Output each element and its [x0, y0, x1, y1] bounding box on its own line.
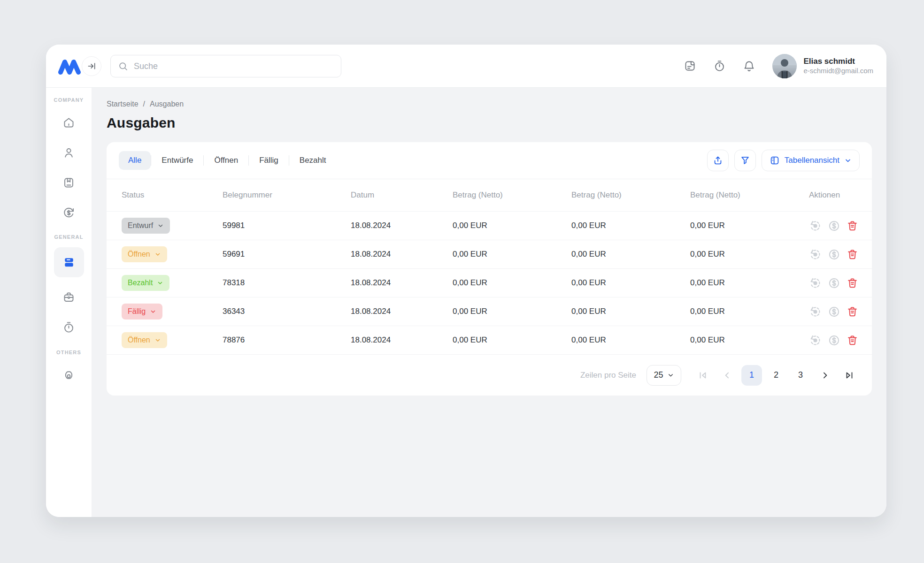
- sidebar-collapse-button[interactable]: [82, 56, 101, 76]
- app-logo-icon[interactable]: [58, 58, 81, 75]
- tab-entw-rfe[interactable]: Entwürfe: [151, 151, 203, 170]
- breadcrumb-ausgaben[interactable]: Ausgaben: [150, 100, 184, 108]
- status-badge[interactable]: Öffnen: [122, 246, 167, 262]
- dollar-icon[interactable]: [828, 248, 840, 261]
- first-page-icon[interactable]: [693, 365, 713, 386]
- tab-f-llig[interactable]: Fällig: [249, 151, 289, 170]
- trash-icon[interactable]: [847, 306, 858, 318]
- dollar-icon[interactable]: [828, 305, 840, 318]
- last-page-icon[interactable]: [839, 365, 860, 386]
- history-icon[interactable]: [809, 220, 822, 232]
- history-icon[interactable]: [809, 334, 822, 347]
- trash-icon[interactable]: [847, 277, 858, 289]
- user-menu[interactable]: Elias schmidt e-schmidt@gmail.com: [772, 54, 873, 78]
- cell-belegnummer: 36343: [223, 307, 351, 316]
- sidebar-item-settings[interactable]: [59, 365, 79, 385]
- table-row: Bezahlt 78318 18.08.2024 0,00 EUR 0,00 E…: [107, 268, 872, 297]
- column-header: Belegnummer: [223, 190, 351, 200]
- trash-icon[interactable]: [847, 335, 858, 346]
- chevron-down-icon: [844, 157, 852, 164]
- cell-betrag-2: 0,00 EUR: [571, 307, 690, 316]
- cell-betrag-3: 0,00 EUR: [690, 335, 809, 345]
- status-badge[interactable]: Fällig: [122, 304, 162, 320]
- breadcrumb-separator: /: [143, 100, 145, 108]
- history-icon[interactable]: [809, 305, 822, 318]
- content-area: Startseite / Ausgaben Ausgaben AlleEntwü…: [92, 88, 886, 517]
- page-number-1[interactable]: 1: [741, 365, 762, 386]
- document-icon[interactable]: [684, 60, 696, 72]
- dollar-icon[interactable]: [828, 334, 840, 347]
- rows-per-page-label: Zeilen pro Seite: [580, 371, 636, 380]
- page-number-2[interactable]: 2: [766, 365, 786, 386]
- table-view-dropdown[interactable]: Tabellenansicht: [762, 150, 860, 171]
- search-input[interactable]: [134, 61, 333, 71]
- breadcrumb-startseite[interactable]: Startseite: [107, 100, 139, 108]
- column-header: Betrag (Netto): [453, 190, 571, 200]
- user-email: e-schmidt@gmail.com: [803, 66, 873, 76]
- sidebar-item-projects[interactable]: [59, 287, 79, 307]
- sidebar-item-contacts[interactable]: [59, 142, 79, 163]
- export-icon: [713, 155, 723, 166]
- sidebar-item-catalog[interactable]: [59, 172, 79, 193]
- table-row: Entwurf 59981 18.08.2024 0,00 EUR 0,00 E…: [107, 211, 872, 240]
- cell-betrag-2: 0,00 EUR: [571, 335, 690, 345]
- filter-icon: [740, 155, 750, 166]
- filter-button[interactable]: [734, 150, 756, 171]
- cell-belegnummer: 78876: [223, 335, 351, 345]
- stopwatch-icon: [62, 321, 75, 334]
- breadcrumb: Startseite / Ausgaben: [107, 100, 872, 108]
- cell-datum: 18.08.2024: [351, 221, 453, 230]
- status-badge[interactable]: Öffnen: [122, 332, 167, 348]
- sidebar: COMPANYGENERALOTHERS: [46, 88, 92, 517]
- history-icon[interactable]: [809, 248, 822, 261]
- table-row: Fällig 36343 18.08.2024 0,00 EUR 0,00 EU…: [107, 297, 872, 326]
- cell-datum: 18.08.2024: [351, 250, 453, 259]
- bell-icon[interactable]: [743, 60, 755, 72]
- column-header: Datum: [351, 190, 453, 200]
- status-badge[interactable]: Bezahlt: [122, 275, 169, 291]
- prev-page-icon[interactable]: [717, 365, 738, 386]
- sidebar-item-home[interactable]: [59, 112, 79, 133]
- cell-betrag-3: 0,00 EUR: [690, 250, 809, 259]
- history-icon[interactable]: [809, 277, 822, 289]
- expenses-card: AlleEntwürfeÖffnenFälligBezahlt: [107, 142, 872, 396]
- sidebar-section-label: COMPANY: [54, 97, 84, 103]
- dollar-icon[interactable]: [828, 277, 840, 289]
- cell-betrag-2: 0,00 EUR: [571, 250, 690, 259]
- sidebar-item-time-tracking[interactable]: [59, 317, 79, 337]
- tabs-row: AlleEntwürfeÖffnenFälligBezahlt: [107, 142, 872, 179]
- sidebar-item-payments[interactable]: [59, 202, 79, 223]
- next-page-icon[interactable]: [815, 365, 835, 386]
- column-header: Betrag (Netto): [690, 190, 809, 200]
- row-actions: [809, 334, 858, 347]
- settings-icon: [62, 369, 75, 381]
- cell-belegnummer: 78318: [223, 278, 351, 288]
- tab-bezahlt[interactable]: Bezahlt: [289, 151, 337, 170]
- cell-betrag-1: 0,00 EUR: [453, 221, 571, 230]
- pagination: Zeilen pro Seite 25 123: [107, 354, 872, 396]
- timer-icon[interactable]: [713, 60, 726, 72]
- wallet-icon: [62, 256, 76, 269]
- sidebar-section-label: GENERAL: [54, 234, 83, 240]
- export-button[interactable]: [707, 150, 729, 171]
- avatar: [772, 54, 797, 78]
- cell-betrag-3: 0,00 EUR: [690, 278, 809, 288]
- rows-per-page-select[interactable]: 25: [647, 365, 681, 386]
- trash-icon[interactable]: [847, 220, 858, 232]
- cell-belegnummer: 59981: [223, 221, 351, 230]
- tab--ffnen[interactable]: Öffnen: [204, 151, 248, 170]
- row-actions: [809, 305, 858, 318]
- trash-icon[interactable]: [847, 249, 858, 260]
- cell-betrag-3: 0,00 EUR: [690, 307, 809, 316]
- tab-alle[interactable]: Alle: [119, 151, 151, 170]
- status-badge[interactable]: Entwurf: [122, 218, 170, 234]
- sidebar-section-label: OTHERS: [56, 350, 81, 355]
- sidebar-item-expenses[interactable]: [54, 247, 84, 277]
- refund-icon: [62, 206, 75, 219]
- page-number-3[interactable]: 3: [790, 365, 811, 386]
- cell-betrag-3: 0,00 EUR: [690, 221, 809, 230]
- column-header: Betrag (Netto): [571, 190, 690, 200]
- dollar-icon[interactable]: [828, 220, 840, 232]
- status-tabs: AlleEntwürfeÖffnenFälligBezahlt: [119, 151, 337, 170]
- cell-datum: 18.08.2024: [351, 307, 453, 316]
